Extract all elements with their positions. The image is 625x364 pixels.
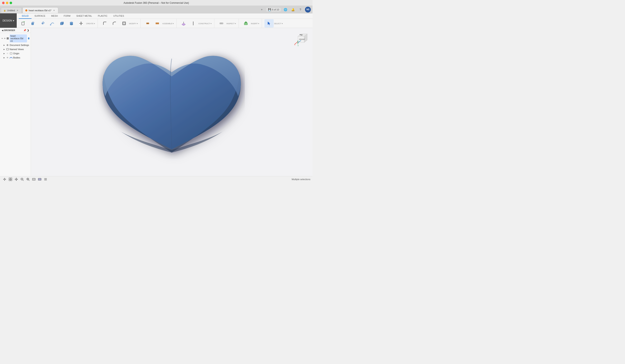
- cylinder-btn[interactable]: [67, 19, 76, 28]
- box-btn[interactable]: [57, 19, 66, 28]
- close-button[interactable]: [2, 2, 5, 4]
- svg-rect-19: [220, 23, 223, 24]
- svg-rect-27: [10, 53, 12, 54]
- toolbar: DESIGN ▾ SOLID SURFACE MESH FORM SHEET M…: [0, 13, 312, 28]
- chamfer-btn[interactable]: [110, 19, 119, 28]
- zoom-in-btn[interactable]: [26, 177, 31, 182]
- svg-rect-11: [123, 23, 125, 24]
- tab-form[interactable]: FORM: [61, 13, 73, 19]
- select-btn[interactable]: [264, 19, 274, 28]
- tree-label-views: Named Views: [10, 48, 24, 51]
- help-button[interactable]: ?: [297, 7, 303, 13]
- browser-tree: ▼ 👁 heart necklace.f3d v1 ▶ ⚙ Document S…: [0, 33, 31, 176]
- tab-plastic[interactable]: PLASTIC: [95, 13, 111, 19]
- design-button[interactable]: DESIGN ▾: [0, 13, 17, 28]
- browser-title: ◀ BROWSER: [2, 29, 15, 31]
- tree-eye-root[interactable]: 👁: [4, 37, 6, 40]
- tree-item-root[interactable]: ▼ 👁 heart necklace.f3d v1: [0, 34, 31, 43]
- svg-rect-0: [22, 22, 24, 25]
- svg-point-9: [70, 24, 73, 25]
- tab-untitled[interactable]: 🔒 Untitled ✕: [1, 7, 22, 13]
- tree-icon-bodies: [10, 56, 13, 59]
- visual-settings-btn[interactable]: [37, 177, 42, 182]
- insert-mesh-btn[interactable]: [241, 19, 250, 28]
- assemble-label: ASSEMBLE ▾: [162, 22, 174, 25]
- tab-heart-icon: [25, 9, 27, 11]
- tab-sheet-metal[interactable]: SHEET METAL: [73, 13, 95, 19]
- modify-group: MODIFY ▾: [100, 19, 141, 28]
- svg-point-5: [50, 24, 51, 26]
- sidebar: ◀ BROWSER 📌 ❯ ▼ 👁 heart necklace.f3d v1: [0, 28, 31, 176]
- notification-button[interactable]: 🔔: [290, 7, 296, 13]
- svg-rect-15: [156, 23, 157, 24]
- browser-icons: 📌 ❯: [23, 29, 29, 32]
- svg-text:Y: Y: [297, 45, 299, 47]
- globe-button[interactable]: 🌐: [282, 7, 288, 13]
- tree-eye-bodies[interactable]: 👁: [6, 56, 9, 59]
- view-gizmo[interactable]: X Y Top FRONT: [294, 30, 311, 47]
- tree-item-bodies[interactable]: ▶ 👁 Bodies: [0, 56, 31, 60]
- user-avatar[interactable]: NS: [305, 7, 311, 13]
- construct-group: CONSTRUCT ▾: [179, 19, 214, 28]
- zoom-out-btn[interactable]: [20, 177, 25, 182]
- main-area: ◀ BROWSER 📌 ❯ ▼ 👁 heart necklace.f3d v1: [0, 28, 312, 176]
- tab-surface[interactable]: SURFACE: [31, 13, 48, 19]
- construct-label: CONSTRUCT ▾: [198, 22, 212, 25]
- viewport[interactable]: X Y Top FRONT: [31, 28, 312, 176]
- display-settings-btn[interactable]: [31, 177, 36, 182]
- minimize-button[interactable]: [6, 2, 8, 4]
- create-group: CREATE ▾: [19, 19, 98, 28]
- tree-item-doc-settings[interactable]: ▶ ⚙ Document Settings: [0, 43, 31, 47]
- axis-btn[interactable]: [189, 19, 198, 28]
- measure-btn[interactable]: [217, 19, 226, 28]
- grid-settings-btn[interactable]: [8, 177, 13, 182]
- svg-point-4: [42, 23, 43, 24]
- window-title: Autodesk Fusion 360 (Personal – Not for …: [124, 1, 189, 4]
- plane-btn[interactable]: [179, 19, 188, 28]
- tree-eye-origin[interactable]: 👁: [6, 52, 9, 55]
- version-badge[interactable]: 💾 6 of 10: [266, 8, 281, 11]
- svg-rect-3: [32, 22, 34, 23]
- svg-line-51: [29, 180, 30, 181]
- extrude-btn[interactable]: [29, 19, 38, 28]
- move-btn[interactable]: [76, 19, 86, 28]
- select-group: SELECT ▾: [264, 19, 285, 28]
- browser-pin-icon[interactable]: 📌: [23, 29, 26, 32]
- pan-btn[interactable]: [14, 177, 19, 182]
- tab-heart-label: heart necklace.f3d v1*: [29, 9, 51, 12]
- browser-back-icon[interactable]: ◀: [2, 29, 3, 31]
- fillet-btn[interactable]: [100, 19, 109, 28]
- tab-mesh[interactable]: MESH: [48, 13, 61, 19]
- tree-item-named-views[interactable]: ▶ Named Views: [0, 47, 31, 51]
- tab-untitled-close[interactable]: ✕: [16, 9, 19, 12]
- browser-label: BROWSER: [4, 29, 15, 31]
- sweep-btn[interactable]: [48, 19, 57, 28]
- maximize-button[interactable]: [10, 2, 12, 4]
- tab-heart-close[interactable]: ✕: [53, 9, 56, 12]
- status-text: Multiple selections: [292, 178, 311, 181]
- browser-expand-icon[interactable]: ❯: [27, 29, 29, 32]
- new-component-btn[interactable]: [19, 19, 28, 28]
- shell-btn[interactable]: [120, 19, 129, 28]
- new-tab-button[interactable]: ＋: [259, 7, 265, 13]
- svg-line-47: [23, 180, 24, 181]
- grid-snap-btn[interactable]: [2, 177, 7, 182]
- tree-dot-root: [28, 37, 30, 39]
- more-btn[interactable]: [43, 177, 48, 182]
- tab-heart[interactable]: heart necklace.f3d v1* ✕: [23, 7, 58, 13]
- bottom-toolbar-left: [2, 177, 48, 182]
- toolbar-tabs: SOLID SURFACE MESH FORM SHEET METAL PLAS…: [17, 13, 312, 28]
- tree-label-root: heart necklace.f3d v1: [10, 34, 27, 42]
- joint-btn[interactable]: [143, 19, 152, 28]
- tab-lock-icon: 🔒: [3, 9, 6, 11]
- heart-3d-model: [99, 28, 245, 162]
- revolve-btn[interactable]: [38, 19, 47, 28]
- tab-utilities[interactable]: UTILITIES: [110, 13, 127, 19]
- title-bar: Autodesk Fusion 360 (Personal – Not for …: [0, 0, 312, 6]
- rigid-group-btn[interactable]: [153, 19, 162, 28]
- browser-header: ◀ BROWSER 📌 ❯: [0, 28, 31, 33]
- window-controls: [2, 2, 12, 4]
- tree-label-doc: Document Settings: [10, 44, 29, 46]
- tree-item-origin[interactable]: ▶ 👁 Origin: [0, 51, 31, 56]
- tab-solid[interactable]: SOLID: [19, 13, 31, 19]
